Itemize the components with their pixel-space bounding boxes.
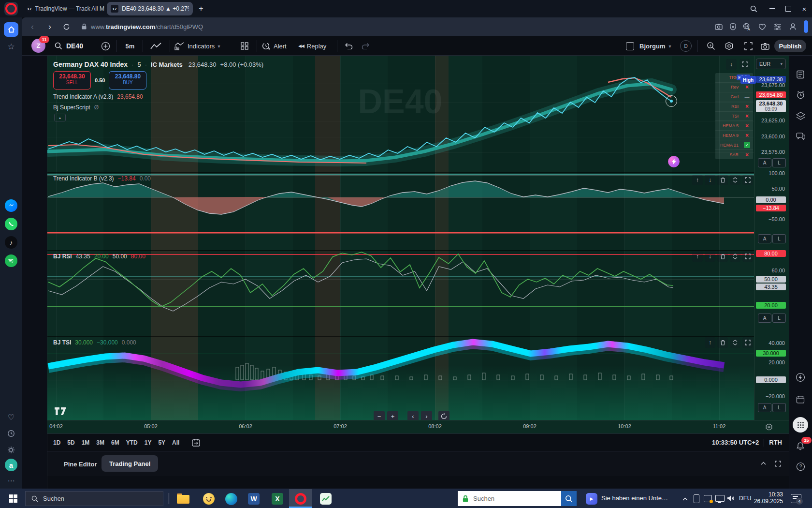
settings-gear-icon[interactable] bbox=[5, 444, 17, 456]
currency-dropdown[interactable]: EUR ▾ bbox=[756, 59, 786, 69]
watchlist-icon[interactable] bbox=[794, 68, 807, 81]
add-symbol-button[interactable] bbox=[99, 40, 112, 52]
log-scale-button[interactable]: L bbox=[772, 314, 786, 323]
log-scale-button[interactable]: L bbox=[772, 403, 786, 412]
tray-clock[interactable]: 10:33 26.09.2025 bbox=[753, 491, 783, 505]
whatsapp-icon[interactable] bbox=[5, 218, 17, 230]
edge-icon[interactable] bbox=[225, 493, 237, 505]
pane-down-button[interactable]: ↓ bbox=[705, 251, 715, 262]
range-all[interactable]: All bbox=[172, 439, 179, 446]
range-ytd[interactable]: YTD bbox=[126, 439, 138, 446]
stocks-app-icon[interactable] bbox=[320, 493, 332, 505]
auto-scale-button[interactable]: A bbox=[758, 403, 771, 412]
object-tree-layers-icon[interactable] bbox=[794, 109, 807, 123]
amazon-icon[interactable]: a bbox=[5, 459, 17, 471]
snapshot-icon[interactable] bbox=[713, 21, 724, 32]
range-1m[interactable]: 1M bbox=[82, 439, 90, 446]
spotify-icon[interactable] bbox=[5, 254, 17, 267]
extension-search-button[interactable] bbox=[561, 491, 577, 506]
tray-phone-icon[interactable] bbox=[693, 494, 700, 504]
range-5y[interactable]: 5Y bbox=[158, 439, 165, 446]
opera-taskbar-highlight[interactable] bbox=[289, 489, 312, 508]
tray-app-orange-icon[interactable] bbox=[704, 495, 712, 502]
keyboard-language[interactable]: DEU bbox=[739, 495, 751, 502]
pane-down-button[interactable]: ↓ bbox=[705, 175, 715, 185]
boost-lightning-icon[interactable] bbox=[668, 156, 680, 167]
time-axis[interactable]: 04:02 05:02 06:02 07:02 08:02 09:02 10:0… bbox=[47, 420, 789, 433]
panel-restore-icon[interactable] bbox=[757, 457, 769, 470]
window-close-button[interactable]: × bbox=[799, 3, 810, 14]
boost-flash-icon[interactable] bbox=[794, 371, 807, 384]
quick-search-icon[interactable] bbox=[704, 40, 718, 52]
start-page-icon[interactable] bbox=[4, 22, 18, 37]
range-3m[interactable]: 3M bbox=[96, 439, 104, 446]
screenshot-camera-icon[interactable] bbox=[758, 40, 772, 52]
session-rth-button[interactable]: RTH bbox=[769, 439, 782, 446]
interval-button[interactable]: 5m bbox=[121, 40, 139, 52]
redo-button[interactable] bbox=[359, 40, 373, 52]
tray-volume-icon[interactable] bbox=[726, 494, 736, 503]
superscript-legend[interactable]: Bj SuperScript Ø bbox=[53, 104, 99, 111]
favorites-heart-icon[interactable] bbox=[757, 21, 768, 32]
notification-toast-icon[interactable]: ▶ bbox=[586, 493, 597, 505]
pane-maximize-button[interactable] bbox=[742, 175, 753, 185]
forward-button[interactable]: › bbox=[44, 21, 56, 32]
range-1y[interactable]: 1Y bbox=[145, 439, 152, 446]
range-1d[interactable]: 1D bbox=[53, 439, 60, 446]
pane-delete-button[interactable] bbox=[717, 251, 728, 262]
likes-heart-icon[interactable]: ♡ bbox=[5, 411, 17, 423]
auto-scale-button[interactable]: A bbox=[758, 158, 771, 167]
help-icon[interactable]: ? bbox=[794, 460, 807, 473]
trend-b-legend[interactable]: Trend Indicator B (v2.3) −13.84 0.00 bbox=[53, 175, 151, 182]
taskbar-search-box[interactable]: Suchen bbox=[25, 491, 163, 506]
alert-button[interactable]: Alert bbox=[261, 40, 287, 52]
pane-maximize-button[interactable] bbox=[742, 337, 753, 348]
pane-maximize-button[interactable] bbox=[742, 251, 753, 262]
emoji-app-icon[interactable] bbox=[203, 493, 215, 505]
chart-settings-icon[interactable] bbox=[722, 40, 736, 52]
log-scale-button[interactable]: L bbox=[772, 158, 786, 167]
extension-search-box[interactable]: Suchen bbox=[458, 491, 561, 506]
chat-icon[interactable] bbox=[794, 130, 807, 143]
tray-expand-chevron[interactable] bbox=[681, 495, 689, 503]
chart-style-button[interactable] bbox=[146, 40, 166, 52]
scroll-indicator[interactable] bbox=[804, 20, 808, 33]
adblock-shield-icon[interactable] bbox=[727, 21, 738, 32]
opera-logo-icon[interactable] bbox=[4, 2, 18, 15]
apps-grid-button[interactable] bbox=[793, 417, 808, 433]
pane-collapse-button[interactable] bbox=[730, 251, 740, 262]
pane-maximize-button[interactable] bbox=[740, 59, 750, 70]
rsi-legend[interactable]: BJ RSI 43.35 20.00 50.00 80.00 bbox=[53, 253, 145, 260]
undo-button[interactable] bbox=[342, 40, 355, 52]
lock-icon[interactable] bbox=[80, 22, 88, 31]
word-icon[interactable]: W bbox=[248, 493, 260, 505]
calendar-icon[interactable] bbox=[794, 393, 807, 406]
notifications-bell-icon[interactable]: 15 bbox=[794, 439, 807, 453]
sell-button[interactable]: 23,648.30 SELL bbox=[53, 71, 91, 90]
browser-tab-active[interactable]: 17 DE40 23,648.30 ▲ +0.27% bbox=[107, 2, 193, 15]
tray-network-icon[interactable] bbox=[715, 495, 725, 502]
tsi-legend[interactable]: BJ TSI 30.000 −30.000 0.000 bbox=[53, 339, 136, 346]
tab-pine-editor[interactable]: Pine Editor bbox=[59, 456, 102, 472]
reload-button[interactable] bbox=[60, 21, 72, 32]
file-explorer-icon[interactable] bbox=[177, 493, 189, 504]
indicators-button[interactable]: Indicators ▾ bbox=[174, 40, 220, 52]
server-clock[interactable]: 10:33:50 UTC+2 bbox=[712, 439, 759, 446]
pane-collapse-button[interactable] bbox=[730, 337, 740, 348]
window-maximize-button[interactable] bbox=[783, 4, 794, 14]
axis-settings-icon[interactable] bbox=[764, 422, 774, 432]
sidebar-more-icon[interactable]: ⋯ bbox=[5, 475, 17, 487]
auto-scale-button[interactable]: A bbox=[758, 234, 771, 243]
main-legend[interactable]: Germany DAX 40 Index · 5 · IC Markets 23… bbox=[53, 60, 263, 68]
action-center-icon[interactable]: 4 bbox=[791, 494, 801, 503]
tabbar-search-icon[interactable] bbox=[749, 4, 758, 14]
messenger-icon[interactable] bbox=[5, 199, 17, 212]
translate-icon[interactable]: A bbox=[741, 21, 752, 32]
range-5d[interactable]: 5D bbox=[67, 439, 74, 446]
easy-setup-sliders-icon[interactable] bbox=[772, 21, 783, 32]
pane-delete-button[interactable] bbox=[717, 175, 728, 185]
layout-name-button[interactable]: Bjorgum ▾ bbox=[639, 40, 671, 52]
replay-button[interactable]: ◀◀ Replay bbox=[298, 40, 326, 52]
layout-grid-button[interactable] bbox=[237, 40, 252, 52]
panel-maximize-icon[interactable] bbox=[771, 457, 784, 470]
